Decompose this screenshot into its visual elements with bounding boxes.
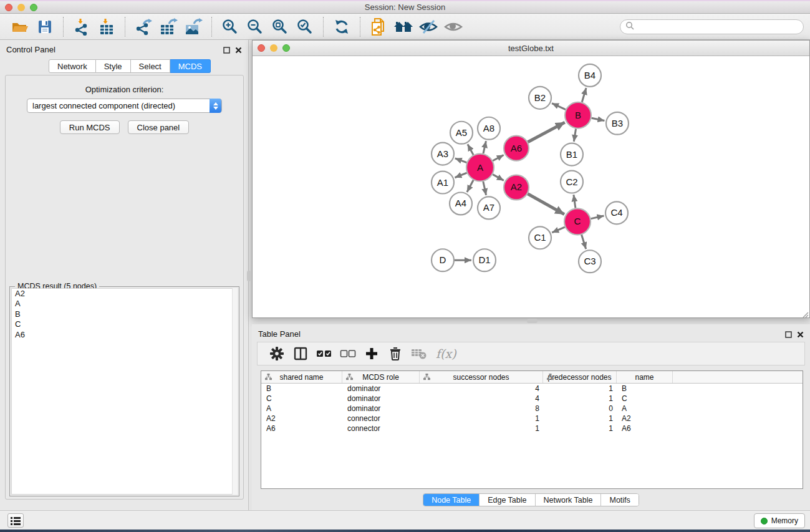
table-row[interactable]: Adominator80A: [261, 404, 803, 414]
node-label-B4: B4: [584, 70, 595, 80]
edge-A6-B[interactable]: [528, 122, 565, 142]
search-input[interactable]: [634, 22, 790, 31]
criterion-selected-value: largest connected component (directed): [27, 101, 175, 110]
tab-motifs[interactable]: Motifs: [601, 494, 638, 506]
mcds-result-item[interactable]: A2: [12, 289, 237, 299]
export-network-icon[interactable]: [132, 16, 155, 37]
edge-B-B1[interactable]: [574, 128, 576, 141]
select-all-checkboxes-icon[interactable]: [314, 344, 335, 363]
vertical-scrollbar-thumb[interactable]: [247, 271, 251, 281]
homes-icon[interactable]: [392, 16, 415, 37]
edge-B-B4[interactable]: [582, 88, 586, 102]
mcds-result-item[interactable]: A: [12, 299, 237, 309]
add-column-icon[interactable]: [361, 344, 382, 363]
tab-network[interactable]: Network: [49, 59, 96, 73]
table-panel-title: Table Panel: [258, 329, 301, 339]
task-history-button[interactable]: [7, 513, 24, 528]
memory-button[interactable]: Memory: [754, 513, 805, 528]
import-table-icon[interactable]: [95, 16, 118, 37]
close-panel-button[interactable]: Close panel: [128, 120, 190, 134]
export-table-icon[interactable]: [157, 16, 180, 37]
split-columns-icon[interactable]: [290, 344, 311, 363]
search-box[interactable]: [620, 19, 804, 34]
mcds-result-list[interactable]: A2ABCA6: [11, 288, 238, 495]
edge-A-A2[interactable]: [493, 175, 504, 181]
table-row[interactable]: A6connector11A6: [261, 423, 803, 433]
edge-A-A6[interactable]: [493, 155, 503, 160]
function-builder-icon[interactable]: f(x): [436, 347, 456, 360]
network-window-titlebar[interactable]: testGlobe.txt: [253, 41, 809, 56]
tab-edge-table[interactable]: Edge Table: [480, 494, 535, 506]
table-row[interactable]: A2connector11A2: [261, 414, 803, 423]
table-row[interactable]: Bdominator41B: [261, 384, 803, 394]
table-cell: 1: [420, 423, 543, 433]
zoom-in-icon[interactable]: [219, 16, 241, 37]
node-label-A6: A6: [511, 143, 522, 153]
control-panel: Control Panel Network Style Select MCDS …: [0, 40, 249, 510]
table-cell: A2: [261, 414, 342, 423]
tab-style[interactable]: Style: [96, 59, 131, 73]
edge-B-B2[interactable]: [552, 104, 566, 110]
tab-network-table[interactable]: Network Table: [536, 494, 602, 506]
mcds-result-item[interactable]: A6: [12, 330, 237, 340]
horizontal-scrollbar-thumb[interactable]: [527, 319, 538, 323]
edge-C-C3[interactable]: [582, 235, 586, 249]
save-icon[interactable]: [34, 16, 56, 37]
trash-icon[interactable]: [385, 344, 406, 363]
mcds-result-item[interactable]: B: [12, 309, 237, 319]
column-header-predecessor-nodes[interactable]: predecessor nodes: [543, 371, 617, 383]
table-cell: 4: [420, 384, 543, 394]
window-resize-grip[interactable]: [801, 309, 809, 317]
import-network-icon[interactable]: [70, 16, 93, 37]
hide-graphics-details-icon[interactable]: [417, 16, 440, 37]
mcds-list-scrollbar[interactable]: [232, 288, 238, 495]
select-stepper-icon: [210, 99, 221, 113]
delete-table-icon[interactable]: [408, 344, 430, 363]
edge-B-B3[interactable]: [592, 118, 605, 120]
node-label-A7: A7: [483, 202, 494, 213]
eye-icon[interactable]: [442, 16, 465, 37]
node-label-A: A: [477, 162, 483, 173]
edge-C-C1[interactable]: [552, 227, 565, 233]
zoom-out-icon[interactable]: [244, 16, 266, 37]
zoom-selected-icon[interactable]: [294, 16, 316, 37]
new-network-from-selection-icon[interactable]: [367, 16, 390, 37]
table-panel-tabs: Node Table Edge Table Network Table Moti…: [252, 493, 810, 506]
table-body: Bdominator41BCdominator41CAdominator80AA…: [261, 384, 803, 433]
close-panel-icon[interactable]: [235, 45, 242, 56]
table-cell: 8: [420, 404, 543, 414]
edge-C-C4[interactable]: [591, 216, 604, 219]
edge-A2-C[interactable]: [528, 194, 564, 215]
column-header-shared-name[interactable]: shared name: [261, 371, 342, 383]
gear-icon[interactable]: [266, 344, 287, 363]
close-panel-icon[interactable]: [797, 329, 804, 341]
column-type-icon: [423, 374, 430, 382]
mcds-result-item[interactable]: C: [12, 319, 237, 329]
table-row[interactable]: Cdominator41C: [261, 394, 803, 404]
column-header-mcds-role[interactable]: MCDS role: [342, 371, 420, 383]
column-header-name[interactable]: name: [617, 371, 673, 383]
table-cell: 1: [543, 384, 617, 394]
optimization-criterion-select[interactable]: largest connected component (directed): [27, 99, 222, 113]
zoom-fit-icon[interactable]: [269, 16, 291, 37]
column-header-successor-nodes[interactable]: successor nodes: [420, 371, 543, 383]
run-mcds-button[interactable]: Run MCDS: [60, 120, 120, 134]
edge-A-A8[interactable]: [483, 141, 486, 153]
edge-C-C2[interactable]: [574, 195, 576, 208]
tab-node-table[interactable]: Node Table: [423, 494, 480, 506]
table-cell: [673, 384, 803, 394]
edge-A-A4[interactable]: [467, 180, 473, 192]
edge-A-A7[interactable]: [483, 181, 486, 195]
float-panel-icon[interactable]: [223, 45, 230, 56]
edge-A-A5[interactable]: [468, 144, 473, 155]
tab-select[interactable]: Select: [131, 59, 170, 73]
refresh-icon[interactable]: [330, 16, 353, 37]
float-panel-icon[interactable]: [785, 329, 792, 341]
open-folder-icon[interactable]: [9, 16, 31, 37]
network-canvas[interactable]: B4B2BB3A8A5A6B1A3AA1C2A2A4A7CC4C1C3DD1: [253, 56, 809, 317]
tab-mcds[interactable]: MCDS: [170, 59, 211, 73]
edge-A-A1[interactable]: [455, 173, 466, 178]
export-image-icon[interactable]: [182, 16, 205, 37]
unselect-all-checkboxes-icon[interactable]: [337, 344, 359, 363]
edge-A-A3[interactable]: [455, 158, 467, 163]
